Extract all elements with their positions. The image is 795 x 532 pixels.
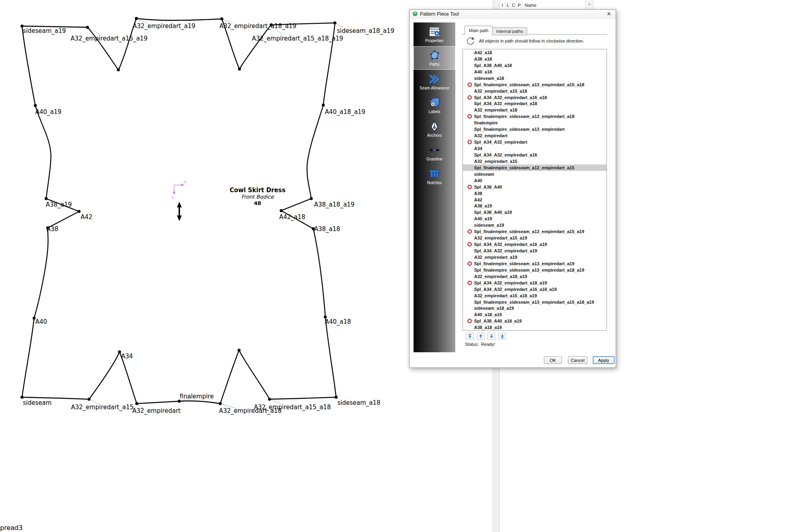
sidebar-item-anchors[interactable]: Anchors <box>414 117 455 141</box>
move-down-button[interactable] <box>487 333 495 340</box>
point-label-A32_empiredart_a15_a19: A32_empiredart_a15_a19 <box>71 35 148 42</box>
path-list-item[interactable]: A42_a18 <box>463 49 606 56</box>
path-item-label: A32_empiredart_a18_a19 <box>474 274 527 279</box>
path-list-item[interactable]: A32_empiredart_a15 <box>463 158 606 164</box>
path-list-item[interactable]: Spl_finalempire_sideseam_a13_empiredart_… <box>463 267 606 273</box>
sidebar-item-label: Anchors <box>427 134 442 138</box>
sidebar-item-grainline[interactable]: Grainline <box>414 141 455 164</box>
point-label-A32_empiredart_a19: A32_empiredart_a19 <box>133 22 195 30</box>
properties-icon <box>428 26 440 38</box>
tab-main-path[interactable]: Main path <box>464 26 493 35</box>
arrow-down-icon <box>489 334 494 339</box>
point-label-A40: A40 <box>35 318 47 325</box>
tab-internal-paths[interactable]: Internal paths <box>492 27 527 35</box>
ok-button[interactable]: OK <box>544 356 562 364</box>
sidebar-item-properties[interactable]: Properties <box>414 22 455 46</box>
path-list-item[interactable]: Spl_finalempire_sideseam_a13_empiredart_… <box>463 113 606 120</box>
path-list-item[interactable]: A34 <box>463 145 606 152</box>
path-item-label: sideseam_a19 <box>474 223 504 227</box>
path-item-label: Spl_finalempire_sideseam_a13_empiredart_… <box>474 261 574 266</box>
path-list-item[interactable]: A38_a19 <box>463 203 606 209</box>
dialog-title: Pattern Piece Tool <box>420 11 459 17</box>
path-list-item[interactable]: A32_empiredart_a19 <box>463 254 606 260</box>
point-label-A42_a18: A42_a18 <box>279 213 305 221</box>
path-list-item[interactable]: Spl_finalempire_sideseam_a13_empiredart_… <box>463 164 606 171</box>
sidebar-item-labels[interactable]: Labels <box>414 93 455 117</box>
arrow-up-icon <box>479 334 483 339</box>
sidebar-item-paths[interactable]: Paths <box>414 46 455 70</box>
cancel-button[interactable]: Cancel <box>568 356 587 364</box>
path-list-item[interactable]: finalempire <box>463 120 606 126</box>
path-list-item[interactable]: A40 <box>463 177 606 184</box>
close-icon[interactable]: ✕ <box>605 11 612 17</box>
path-list-item[interactable]: A32_empiredart_a18 <box>463 107 606 113</box>
sidebar-item-label: Seam Allowance <box>420 86 449 90</box>
path-item-label: A38_a18 <box>474 57 492 61</box>
path-list-item[interactable]: A38_a18 <box>463 56 606 62</box>
origin-axes-icon: x y <box>172 180 187 199</box>
move-bottom-button[interactable] <box>498 333 506 340</box>
point-label-A32_empiredart_a15_a18: A32_empiredart_a15_a18 <box>254 404 331 411</box>
path-list-item[interactable]: A40_a19 <box>463 215 606 222</box>
reversed-direction-icon <box>467 95 472 100</box>
dialog-titlebar[interactable]: Pattern Piece Tool ✕ <box>410 10 616 18</box>
path-list-item[interactable]: A32_empiredart_a15_a18 <box>463 88 606 94</box>
sidebar-item-notches[interactable]: Notches <box>414 164 455 188</box>
path-item-label: A32_empiredart_a15_a18_a19 <box>474 293 537 298</box>
path-list-item[interactable]: sideseam_a19 <box>463 222 606 228</box>
path-list-item[interactable]: Spl_A34_A32_empiredart_a16_a19 <box>463 241 606 248</box>
piece-label-block[interactable]: Cowl Skirt Dress Front Bodice 48 <box>223 187 292 207</box>
path-list-item[interactable]: A32_empiredart_a15_a19 <box>463 235 606 241</box>
path-list-item[interactable]: Spl_finalempire_sideseam_a13_empiredart <box>463 126 606 132</box>
path-list-item[interactable]: Spl_A38_A40_a19 <box>463 209 606 215</box>
path-item-label: Spl_A34_A32_empiredart_a16_a18 <box>474 95 547 100</box>
move-up-button[interactable] <box>477 333 485 340</box>
path-list-item[interactable]: Spl_A34_A32_empiredart_a16_a18 <box>463 94 606 101</box>
path-list-item[interactable]: Spl_finalempire_sideseam_a13_empiredart_… <box>463 260 606 267</box>
path-list-item[interactable]: Spl_A38_A40_a18 <box>463 62 606 69</box>
path-list-item[interactable]: Spl_A34_A32_empiredart_a19 <box>463 248 606 254</box>
path-item-label: Spl_A38_A40_a18 <box>474 63 512 68</box>
path-list-item[interactable]: sideseam_a18 <box>463 75 606 81</box>
apply-button[interactable]: Apply <box>593 356 615 364</box>
path-list-item[interactable]: A32_empiredart <box>463 132 606 139</box>
path-item-label: A32_empiredart_a19 <box>474 255 517 260</box>
path-list-item[interactable]: A42 <box>463 197 606 203</box>
path-list-item[interactable]: Spl_A38_A40 <box>463 184 606 190</box>
path-list-item[interactable]: Spl_finalempire_sideseam_a13_empiredart_… <box>463 299 606 305</box>
path-list-item[interactable]: Spl_A34_A32_empiredart_a18 <box>463 101 606 107</box>
panel-column-header-c[interactable]: C <box>511 0 517 10</box>
path-list-item[interactable]: sideseam <box>463 171 606 177</box>
pattern-piece-tool-dialog: Pattern Piece Tool ✕ PropertiesPathsSeam… <box>409 9 616 368</box>
path-list-item[interactable]: Spl_finalempire_sideseam_a13_empiredart_… <box>463 228 606 235</box>
path-list-item[interactable]: Spl_A34_A32_empiredart <box>463 139 606 145</box>
path-list-item[interactable]: A40_a18_a19 <box>463 311 606 318</box>
notches-icon <box>428 168 440 180</box>
path-list-item[interactable]: Spl_A38_A40_a18_a19 <box>463 318 606 324</box>
main-path-list[interactable]: A42_a18A38_a18Spl_A38_A40_a18A40_a18side… <box>462 49 607 331</box>
move-top-button[interactable] <box>466 333 474 340</box>
path-list-item[interactable]: Spl_A34_A32_empiredart_a16_a18_a19 <box>463 286 606 292</box>
sheet-name-partial: pread3 <box>0 524 22 532</box>
path-list-item[interactable]: A32_empiredart_a15_a18_a19 <box>463 292 606 299</box>
grainline-arrow[interactable] <box>177 202 182 221</box>
point-label-A40_a18_a19: A40_a18_a19 <box>325 108 365 116</box>
path-list-item[interactable]: A40_a18 <box>463 69 606 75</box>
path-list-item[interactable]: A32_empiredart_a18_a19 <box>463 273 606 280</box>
panel-column-header-i[interactable]: I <box>500 0 505 10</box>
path-list-item[interactable]: sideseam_a18_a19 <box>463 305 606 312</box>
panel-column-header-p[interactable]: P <box>517 0 522 10</box>
path-list-item[interactable]: Spl_A34_A32_empiredart_a18_a19 <box>463 280 606 286</box>
path-list-item[interactable]: A38 <box>463 190 606 197</box>
scrollbar-up-arrow[interactable]: ^ <box>585 1 594 10</box>
panel-column-header-l[interactable]: L <box>505 0 511 10</box>
path-item-label: A40 <box>474 178 482 183</box>
paths-icon <box>428 49 440 61</box>
path-list-item[interactable]: A38_a18_a19 <box>463 324 606 331</box>
clockwise-arrow-icon <box>466 36 475 46</box>
sidebar-item-seam-allowance[interactable]: Seam Allowance <box>414 70 455 93</box>
path-list-item[interactable]: Spl_A34_A32_empiredart_a16 <box>463 152 606 158</box>
path-list-item[interactable]: Spl_finalempire_sideseam_a13_empiredart_… <box>463 81 606 88</box>
panel-column-header-name[interactable]: Name <box>522 0 595 10</box>
path-item-label: sideseam_a18_a19 <box>474 306 514 311</box>
